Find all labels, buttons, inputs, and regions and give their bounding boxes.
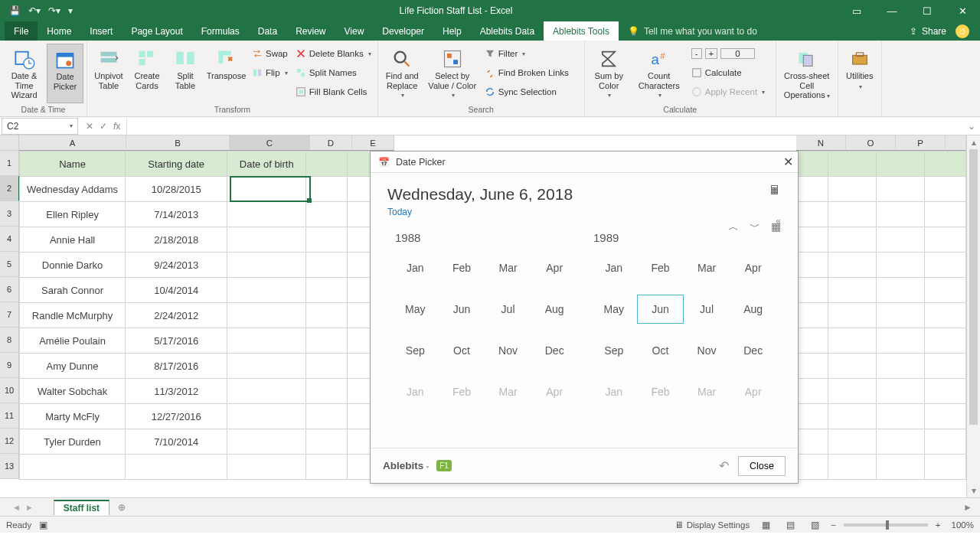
save-icon[interactable]: 💾 [9,5,21,16]
cell[interactable]: Sarah Connor [20,278,126,303]
apply-recent-button[interactable]: Apply Recent▾ [691,83,769,100]
cell[interactable]: 9/24/2013 [126,253,227,278]
fx-icon[interactable]: fx [113,121,120,132]
close-window-icon[interactable]: ✕ [945,0,980,21]
row-header[interactable]: 6 [0,277,19,302]
sheet-nav-prev[interactable]: ◄ [12,503,21,512]
month-aug[interactable]: Aug [730,295,776,324]
zoom-out-button[interactable]: − [831,520,836,530]
swap-button[interactable]: Swap [252,45,288,62]
cell[interactable] [126,455,227,480]
year-prev-button[interactable]: ︿ [728,220,739,234]
month-next-mar[interactable]: Mar [485,377,531,406]
col-header-d[interactable]: D [310,135,352,151]
calculator-icon[interactable]: 🖩 [769,184,781,197]
cell[interactable] [227,177,306,202]
tellme-search[interactable]: 💡Tell me what you want to do [628,26,757,37]
month-oct[interactable]: Oct [439,336,485,365]
cell[interactable] [306,227,348,253]
cell[interactable] [925,227,966,253]
cell[interactable] [925,429,966,455]
undo-date-button[interactable]: ↶ [719,458,729,473]
cell[interactable]: Donnie Darko [20,253,126,278]
split-names-button[interactable]: Split Names [296,64,371,81]
month-next-apr[interactable]: Apr [730,377,776,406]
month-next-jan[interactable]: Jan [392,377,439,406]
cell[interactable] [828,253,876,278]
cell[interactable]: 2/18/2018 [126,227,227,253]
cell[interactable] [227,404,306,429]
cell[interactable] [227,455,306,480]
cell[interactable] [925,253,966,278]
cell[interactable] [306,202,348,227]
col-header-e[interactable]: E [352,135,394,151]
cell[interactable]: Amy Dunne [20,354,126,379]
cell[interactable] [306,379,348,404]
page-break-view-icon[interactable]: ▧ [806,518,823,532]
cell[interactable] [828,429,876,455]
cell[interactable] [877,253,925,278]
cell[interactable]: 10/28/2015 [126,177,227,202]
tab-data[interactable]: Data [249,21,286,41]
cell[interactable]: Ellen Ripley [20,202,126,227]
month-feb[interactable]: Feb [439,253,485,282]
row-header[interactable]: 13 [0,454,19,479]
date-time-wizard-button[interactable]: Date & Time Wizard [3,44,45,103]
cell[interactable] [20,455,126,480]
row-header[interactable]: 4 [0,227,19,252]
tab-developer[interactable]: Developer [373,21,433,41]
row-header[interactable]: 2 [0,176,19,201]
qat-customize-icon[interactable]: ▾ [68,5,73,16]
cell[interactable] [925,202,966,227]
row-header[interactable]: 5 [0,252,19,277]
cell[interactable] [306,278,348,303]
share-button[interactable]: ⇪Share☺ [910,24,969,38]
row-header[interactable]: 3 [0,201,19,227]
fill-blank-cells-button[interactable]: Fill Blank Cells [296,83,371,100]
cell[interactable]: Date of birth [227,152,306,177]
month-may[interactable]: May [591,295,638,324]
ablebits-brand[interactable]: Ablebits [383,460,423,471]
cell[interactable] [306,455,348,480]
month-jun[interactable]: Jun [439,295,485,324]
col-header-c[interactable]: C [230,135,310,151]
cell[interactable]: 10/4/2014 [126,278,227,303]
add-sheet-button[interactable]: ⊕ [114,500,129,515]
create-cards-button[interactable]: Create Cards [129,44,165,103]
month-sep[interactable]: Sep [392,336,439,365]
cell[interactable]: Walter Sobchak [20,379,126,404]
cell[interactable] [227,379,306,404]
month-next-apr[interactable]: Apr [531,377,578,406]
cell[interactable] [877,152,925,177]
filter-button[interactable]: Filter▾ [485,45,578,62]
month-dec[interactable]: Dec [730,336,776,365]
cell[interactable] [306,152,348,177]
tab-ablebits-tools[interactable]: Ablebits Tools [544,21,619,41]
cell[interactable] [828,354,876,379]
month-mar[interactable]: Mar [684,253,730,282]
cell[interactable] [828,227,876,253]
cell[interactable] [828,278,876,303]
cell[interactable] [925,328,966,354]
find-replace-button[interactable]: Find and Replace▾ [381,44,423,103]
horizontal-scroll-right[interactable]: ► [963,502,972,513]
cell[interactable] [828,303,876,328]
ribbon-display-icon[interactable]: ▭ [839,0,874,21]
month-nov[interactable]: Nov [684,336,730,365]
row-header[interactable]: 9 [0,353,19,378]
f1-help-badge[interactable]: F1 [436,460,452,471]
cell[interactable] [925,379,966,404]
tab-help[interactable]: Help [433,21,471,41]
tab-review[interactable]: Review [286,21,335,41]
cell[interactable] [877,429,925,455]
vertical-scrollbar[interactable]: ▴ ▾ [966,135,980,497]
cell[interactable] [828,379,876,404]
select-by-value-button[interactable]: Select by Value / Color▾ [425,44,480,103]
sheet-tab-staff-list[interactable]: Staff list [54,500,109,515]
cell[interactable]: Tyler Durden [20,429,126,455]
display-settings-button[interactable]: 🖥 Display Settings [675,520,750,530]
cell[interactable] [227,202,306,227]
cell[interactable] [877,278,925,303]
month-apr[interactable]: Apr [730,253,776,282]
row-header[interactable]: 10 [0,378,19,403]
